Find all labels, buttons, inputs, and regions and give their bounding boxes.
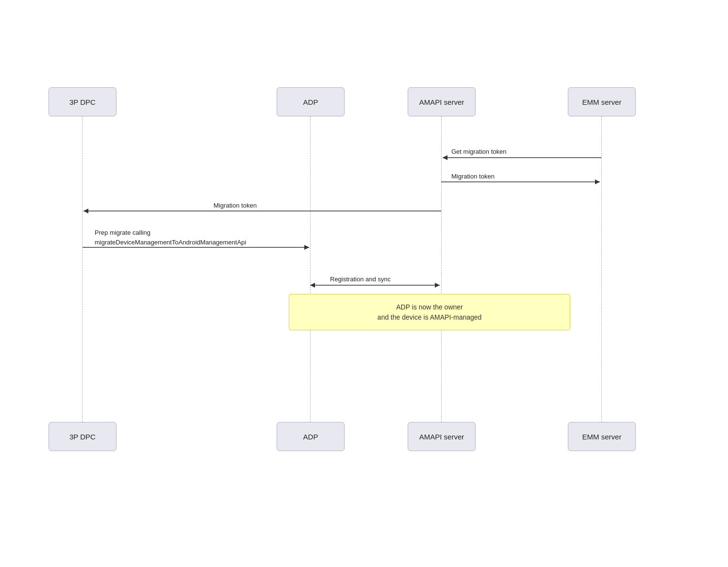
svg-marker-5 [83, 209, 88, 213]
actor-label: ADP [303, 433, 318, 441]
svg-marker-7 [304, 245, 309, 250]
label-get-migration-token: Get migration token [451, 148, 506, 155]
svg-marker-1 [443, 155, 447, 160]
label-migration-token-2: Migration token [214, 202, 257, 209]
actor-3p-dpc-bottom: 3P DPC [49, 422, 116, 451]
label-migration-token-1: Migration token [451, 173, 495, 180]
svg-marker-9 [310, 283, 315, 288]
actor-amapi-bottom: AMAPI server [408, 422, 476, 451]
label-registration-sync: Registration and sync [330, 275, 391, 283]
actor-adp-bottom: ADP [277, 422, 345, 451]
actor-label: AMAPI server [419, 433, 464, 441]
label-prep-migrate: Prep migrate callingmigrateDeviceManagem… [95, 228, 246, 247]
svg-marker-3 [595, 179, 600, 184]
actor-label: 3P DPC [69, 433, 96, 441]
svg-marker-10 [435, 283, 440, 288]
highlight-adp-owner: ADP is now the ownerand the device is AM… [289, 294, 570, 330]
sequence-diagram: 3P DPC ADP AMAPI server EMM server Get m… [24, 87, 704, 475]
actor-emm-bottom: EMM server [568, 422, 636, 451]
actor-label: EMM server [582, 433, 622, 441]
